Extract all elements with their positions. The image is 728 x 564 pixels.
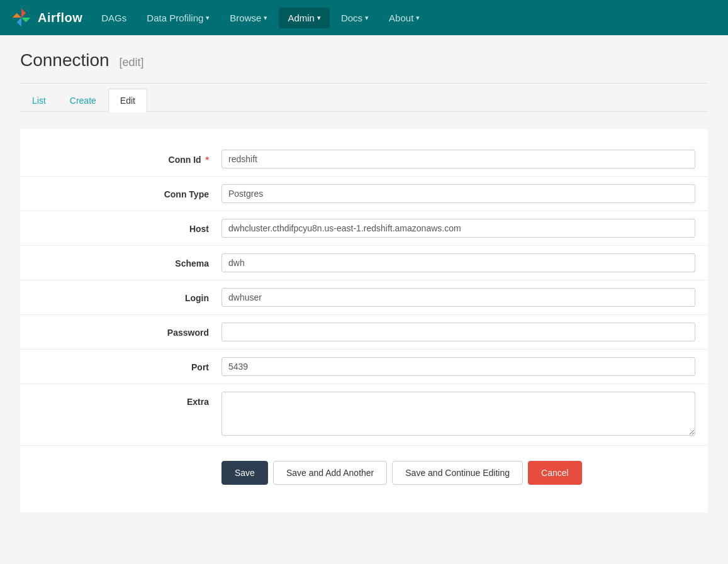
conn-type-input[interactable] <box>221 184 695 203</box>
extra-label: Extra <box>20 392 221 407</box>
port-row: Port <box>20 350 708 384</box>
login-field <box>221 288 708 307</box>
about-arrow: ▾ <box>416 14 420 22</box>
host-field <box>221 219 708 238</box>
data-profiling-arrow: ▾ <box>206 14 210 22</box>
extra-input[interactable] <box>221 392 695 436</box>
navbar: Airflow DAGs Data Profiling ▾ Browse ▾ A… <box>0 0 728 35</box>
host-row: Host <box>20 211 708 246</box>
edit-label: [edit] <box>119 56 143 69</box>
port-label: Port <box>20 357 221 372</box>
save-button[interactable]: Save <box>221 461 268 485</box>
conn-type-label: Conn Type <box>20 184 221 199</box>
conn-id-field <box>221 150 708 169</box>
save-add-button[interactable]: Save and Add Another <box>273 461 387 485</box>
nav-browse[interactable]: Browse ▾ <box>221 8 276 28</box>
schema-label: Schema <box>20 253 221 268</box>
extra-field <box>221 392 708 438</box>
nav-data-profiling[interactable]: Data Profiling ▾ <box>138 8 218 28</box>
connection-form: Conn Id * Conn Type Host <box>20 130 708 512</box>
password-field <box>221 323 708 341</box>
tab-edit[interactable]: Edit <box>108 89 147 112</box>
password-input[interactable] <box>221 323 695 341</box>
browse-arrow: ▾ <box>264 14 267 22</box>
nav-docs[interactable]: Docs ▾ <box>332 8 378 28</box>
schema-input[interactable] <box>221 253 695 272</box>
tabs: List Create Edit <box>20 89 708 112</box>
password-label: Password <box>20 323 221 338</box>
brand-text: Airflow <box>38 11 82 25</box>
login-row: Login <box>20 280 708 315</box>
port-input[interactable] <box>221 357 695 376</box>
tab-list[interactable]: List <box>20 89 58 112</box>
docs-arrow: ▾ <box>365 14 369 22</box>
conn-type-row: Conn Type <box>20 177 708 211</box>
tab-create[interactable]: Create <box>58 89 108 112</box>
schema-field <box>221 253 708 272</box>
conn-id-required: * <box>206 155 209 165</box>
login-input[interactable] <box>221 288 695 307</box>
svg-marker-1 <box>21 18 30 22</box>
page-title: Connection [edit] <box>20 50 708 70</box>
host-input[interactable] <box>221 219 695 238</box>
cancel-button[interactable]: Cancel <box>528 461 582 485</box>
nav-admin[interactable]: Admin ▾ <box>279 8 330 28</box>
schema-row: Schema <box>20 246 708 280</box>
conn-id-label: Conn Id * <box>20 150 221 165</box>
nav-dags[interactable]: DAGs <box>92 8 135 28</box>
conn-type-field <box>221 184 708 203</box>
port-field <box>221 357 708 376</box>
page-content: Connection [edit] List Create Edit Conn … <box>0 35 728 528</box>
svg-marker-2 <box>17 18 21 26</box>
svg-marker-0 <box>21 9 26 18</box>
nav-about[interactable]: About ▾ <box>380 8 428 28</box>
save-continue-button[interactable]: Save and Continue Editing <box>392 461 523 485</box>
conn-id-row: Conn Id * <box>20 142 708 177</box>
brand-logo[interactable]: Airflow <box>10 6 82 29</box>
password-row: Password <box>20 315 708 350</box>
button-row: Save Save and Add Another Save and Conti… <box>20 446 708 500</box>
conn-id-input[interactable] <box>221 150 695 169</box>
admin-arrow: ▾ <box>317 14 321 22</box>
svg-marker-3 <box>13 13 21 18</box>
title-divider <box>20 83 708 84</box>
login-label: Login <box>20 288 221 303</box>
extra-row: Extra <box>20 384 708 446</box>
host-label: Host <box>20 219 221 234</box>
